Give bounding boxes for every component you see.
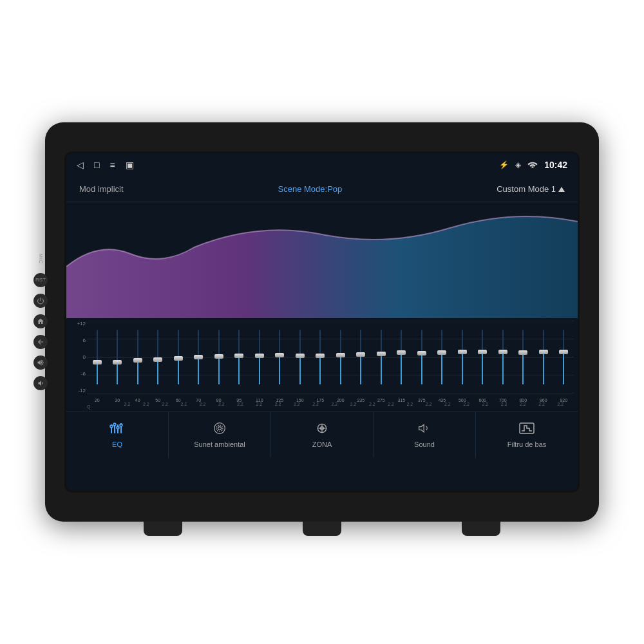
q-value-235: 2.2 bbox=[363, 402, 381, 406]
tab-eq-label: EQ bbox=[112, 440, 122, 448]
eq-slider-95[interactable] bbox=[229, 321, 250, 393]
eq-slider-600[interactable] bbox=[473, 321, 493, 393]
q-value-30: 2.2 bbox=[137, 402, 155, 406]
default-mode-label[interactable]: Mod implicit bbox=[79, 184, 124, 194]
custom-mode-selector[interactable]: Custom Mode 1 bbox=[497, 184, 565, 194]
q-value-860: 2.2 bbox=[533, 402, 551, 406]
db-label-neg6: -6 bbox=[68, 371, 86, 377]
eq-slider-60[interactable] bbox=[168, 321, 189, 393]
power-button[interactable] bbox=[33, 294, 48, 308]
bottom-mounts bbox=[45, 522, 599, 536]
eq-slider-150[interactable] bbox=[290, 321, 310, 393]
tab-sound-label: Sound bbox=[414, 440, 435, 448]
eq-slider-175[interactable] bbox=[310, 321, 331, 393]
eq-slider-235[interactable] bbox=[351, 321, 372, 393]
eq-slider-315[interactable] bbox=[392, 321, 412, 393]
svg-point-13 bbox=[216, 425, 223, 431]
tab-zona[interactable]: ZONA bbox=[271, 412, 374, 458]
eq-slider-435[interactable] bbox=[432, 321, 453, 393]
scene-mode-label[interactable]: Scene Mode:Pop bbox=[278, 184, 343, 194]
wifi-icon bbox=[527, 160, 538, 170]
screen: ◁ □ ≡ ▣ ⚡ ◈ 10:42 Mod implicit Scene Mod… bbox=[64, 151, 580, 493]
q-value-20: 2.2 bbox=[118, 402, 137, 406]
home-button[interactable] bbox=[33, 314, 48, 328]
tab-bar: EQ Sunet ambiental bbox=[66, 412, 578, 458]
tab-bass[interactable]: Filtru de bas bbox=[476, 412, 578, 458]
svg-rect-3 bbox=[114, 425, 115, 433]
eq-slider-500[interactable] bbox=[452, 321, 473, 393]
time-display: 10:42 bbox=[544, 160, 567, 170]
q-value-315: 2.2 bbox=[401, 402, 419, 406]
eq-slider-860[interactable] bbox=[533, 321, 554, 393]
q-value-150: 2.2 bbox=[307, 402, 325, 406]
eq-slider-70[interactable] bbox=[189, 321, 209, 393]
q-value-95: 2.2 bbox=[250, 402, 269, 406]
custom-mode-label: Custom Mode 1 bbox=[497, 184, 556, 194]
db-label-0: 0 bbox=[68, 354, 86, 360]
eq-visualization bbox=[66, 202, 578, 318]
tab-bass-label: Filtru de bas bbox=[507, 440, 547, 448]
eq-slider-700[interactable] bbox=[493, 321, 513, 393]
q-value-70: 2.2 bbox=[212, 402, 231, 406]
status-bar: ◁ □ ≡ ▣ ⚡ ◈ 10:42 bbox=[66, 153, 578, 176]
q-value-375: 2.2 bbox=[419, 402, 438, 406]
q-value-920: 2.2 bbox=[551, 402, 570, 406]
q-value-435: 2.2 bbox=[438, 402, 457, 406]
home-nav-btn[interactable]: □ bbox=[94, 160, 99, 170]
eq-slider-275[interactable] bbox=[371, 321, 392, 393]
dropdown-arrow-icon bbox=[558, 187, 565, 192]
location-icon: ◈ bbox=[515, 160, 521, 169]
svg-point-12 bbox=[218, 427, 222, 430]
volume-up-button[interactable] bbox=[33, 355, 48, 370]
recent-nav-btn[interactable]: ▣ bbox=[126, 160, 134, 170]
freq-label-20: 20 bbox=[87, 398, 108, 402]
mode-bar: Mod implicit Scene Mode:Pop Custom Mode … bbox=[66, 176, 578, 202]
q-value-800: 2.2 bbox=[513, 402, 532, 406]
bass-icon bbox=[519, 422, 535, 438]
menu-nav-btn[interactable]: ≡ bbox=[109, 160, 115, 170]
side-controls: MIC RST bbox=[33, 254, 48, 390]
q-value-40: 2.2 bbox=[156, 402, 175, 406]
eq-slider-50[interactable] bbox=[148, 321, 169, 393]
eq-slider-80[interactable] bbox=[209, 321, 229, 393]
zona-icon bbox=[314, 422, 330, 438]
back-button[interactable] bbox=[33, 335, 48, 349]
ambient-icon bbox=[212, 422, 227, 438]
eq-slider-20[interactable] bbox=[87, 321, 108, 393]
eq-slider-800[interactable] bbox=[513, 321, 534, 393]
q-value-60: 2.2 bbox=[193, 402, 212, 406]
tab-ambient[interactable]: Sunet ambiental bbox=[169, 412, 271, 458]
eq-slider-200[interactable] bbox=[330, 321, 351, 393]
sound-icon bbox=[417, 422, 432, 438]
eq-sliders-section: +12 6 0 -6 -12 bbox=[66, 318, 578, 412]
svg-point-14 bbox=[214, 423, 225, 434]
svg-rect-9 bbox=[120, 426, 122, 433]
eq-slider-110[interactable] bbox=[249, 321, 270, 393]
q-value-175: 2.2 bbox=[325, 402, 344, 406]
db-label-12: +12 bbox=[68, 321, 86, 327]
q-value-80: 2.2 bbox=[231, 402, 250, 406]
q-value-275: 2.2 bbox=[382, 402, 401, 406]
tab-zona-label: ZONA bbox=[312, 440, 332, 448]
q-value-125: 2.2 bbox=[287, 402, 306, 406]
rst-button[interactable]: RST bbox=[33, 273, 48, 287]
tab-eq[interactable]: EQ bbox=[66, 412, 169, 458]
bluetooth-icon: ⚡ bbox=[499, 160, 509, 169]
tab-sound[interactable]: Sound bbox=[374, 412, 476, 458]
q-value-500: 2.2 bbox=[457, 402, 476, 406]
q-value-700: 2.2 bbox=[495, 402, 513, 406]
back-nav-btn[interactable]: ◁ bbox=[77, 160, 84, 170]
volume-down-button[interactable] bbox=[33, 376, 48, 390]
mount-right bbox=[462, 522, 500, 536]
mic-label: MIC bbox=[39, 254, 43, 264]
eq-slider-125[interactable] bbox=[270, 321, 290, 393]
eq-slider-30[interactable] bbox=[108, 321, 128, 393]
status-icons: ⚡ ◈ 10:42 bbox=[499, 160, 567, 170]
nav-buttons: ◁ □ ≡ ▣ bbox=[77, 160, 134, 170]
q-value-200: 2.2 bbox=[344, 402, 363, 406]
eq-slider-40[interactable] bbox=[128, 321, 148, 393]
car-stereo-unit: MIC RST ◁ □ ≡ ▣ ⚡ bbox=[45, 122, 599, 522]
eq-slider-920[interactable] bbox=[554, 321, 574, 393]
eq-slider-375[interactable] bbox=[412, 321, 432, 393]
q-value-50: 2.2 bbox=[175, 402, 193, 406]
